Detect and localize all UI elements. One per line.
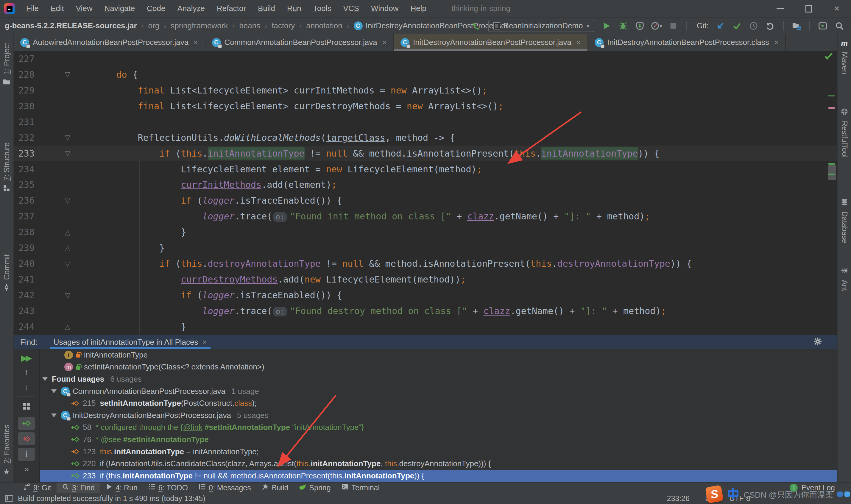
code-line-232[interactable]: 232▽ ReflectionUtils.doWithLocalMethods(… — [14, 130, 837, 146]
fold-marker-open-icon[interactable]: ▽ — [35, 71, 73, 78]
line-number[interactable]: 233 — [14, 148, 35, 159]
history-icon[interactable] — [747, 19, 760, 33]
expand-arrow-icon[interactable] — [51, 390, 57, 393]
find-row-group[interactable]: Found usages6 usages — [40, 373, 837, 385]
editor-tab[interactable]: CAutowiredAnnotationBeanPostProcessor.ja… — [14, 34, 205, 51]
fold-marker-open-icon[interactable]: ▽ — [35, 291, 73, 299]
fold-marker-close-icon[interactable]: △ — [35, 228, 73, 236]
down-icon[interactable]: ↓ — [24, 382, 29, 392]
run-icon[interactable] — [600, 19, 613, 33]
rollback-icon[interactable] — [763, 19, 777, 33]
close-icon[interactable]: × — [823, 0, 851, 17]
code-editor[interactable]: 227228▽ do {229 final List<LifecycleElem… — [14, 51, 837, 335]
code-line-243[interactable]: 243 logger.trace(o:"Found destroy method… — [14, 303, 837, 319]
editor-tab[interactable]: CInitDestroyAnnotationBeanPostProcessor.… — [588, 34, 786, 51]
line-number[interactable]: 241 — [14, 274, 35, 285]
project-structure-icon[interactable] — [790, 19, 803, 33]
close-tab-icon[interactable]: × — [774, 38, 779, 47]
menu-view[interactable]: View — [70, 4, 98, 13]
menu-vcs[interactable]: VCS — [337, 4, 365, 13]
line-number[interactable]: 231 — [14, 117, 35, 127]
build-project-icon[interactable] — [469, 19, 483, 33]
line-number[interactable]: 227 — [14, 54, 35, 64]
breadcrumb-item[interactable]: org — [148, 21, 160, 30]
menu-tools[interactable]: Tools — [307, 4, 337, 13]
stripe-item-1-project[interactable]: 1: Project — [0, 43, 13, 88]
caret-position[interactable]: 233:26 — [667, 494, 690, 503]
maximize-icon[interactable] — [794, 0, 823, 17]
code-line-238[interactable]: 238△ } — [14, 224, 837, 240]
tool-window-button-4-run[interactable]: 4: Run — [100, 483, 143, 493]
find-row-usage[interactable]: 123this.initAnnotationType = initAnnotat… — [40, 446, 837, 458]
stripe-item-database[interactable]: Database — [838, 198, 851, 243]
search-everywhere-icon[interactable] — [833, 19, 846, 33]
breadcrumb-item[interactable]: factory — [272, 21, 295, 30]
tool-window-button-9-git[interactable]: 9: Git — [18, 483, 57, 493]
editor-tab[interactable]: CInitDestroyAnnotationBeanPostProcessor.… — [394, 34, 588, 51]
profiler-icon[interactable]: ▾ — [650, 19, 664, 33]
line-number[interactable]: 240 — [14, 258, 35, 269]
menu-build[interactable]: Build — [252, 4, 281, 13]
code-line-230[interactable]: 230 final List<LifecycleElement> currDes… — [14, 98, 837, 114]
code-line-241[interactable]: 241 currDestroyMethods.add(new Lifecycle… — [14, 271, 837, 287]
tool-window-button-terminal[interactable]: Terminal — [336, 483, 385, 493]
find-results-tab[interactable]: Usages of initAnnotationType in All Plac… — [50, 335, 211, 349]
tool-window-switcher-icon[interactable] — [5, 495, 13, 502]
menu-help[interactable]: Help — [404, 4, 432, 13]
line-number[interactable]: 242 — [14, 290, 35, 300]
stripe-item-2-favorites[interactable]: 2: Favorites★ — [0, 425, 13, 476]
run-anything-icon[interactable] — [816, 19, 830, 33]
line-number[interactable]: 238 — [14, 227, 35, 237]
line-number[interactable]: 234 — [14, 164, 35, 175]
menu-refactor[interactable]: Refactor — [211, 4, 252, 13]
gear-icon[interactable] — [814, 337, 822, 347]
line-number[interactable]: 243 — [14, 306, 35, 316]
code-line-228[interactable]: 228▽ do { — [14, 67, 837, 83]
stripe-item-ant[interactable]: Ant — [838, 267, 851, 291]
expand-arrow-icon[interactable] — [51, 414, 57, 417]
line-number[interactable]: 237 — [14, 211, 35, 221]
code-line-231[interactable]: 231 — [14, 114, 837, 130]
menu-edit[interactable]: Edit — [45, 4, 70, 13]
line-number[interactable]: 244 — [14, 322, 35, 332]
line-number[interactable]: 230 — [14, 101, 35, 111]
run-configuration-select[interactable]: BeanInitializationDemo▾ — [488, 20, 594, 32]
stripe-item-restfultool[interactable]: RestfulTool — [838, 108, 851, 158]
fold-marker-open-icon[interactable]: ▽ — [35, 260, 73, 268]
read-access-toggle-icon[interactable] — [18, 417, 35, 430]
info-icon[interactable]: i — [18, 448, 35, 461]
fold-marker-close-icon[interactable]: △ — [35, 323, 73, 330]
stripe-item-maven[interactable]: mMaven — [838, 38, 851, 74]
menu-file[interactable]: File — [20, 4, 45, 13]
menu-code[interactable]: Code — [141, 4, 171, 13]
code-line-244[interactable]: 244△ } — [14, 319, 837, 335]
find-row-file[interactable]: CInitDestroyAnnotationBeanPostProcessor.… — [40, 409, 837, 421]
close-tab-icon[interactable]: × — [193, 38, 198, 47]
line-number[interactable]: 236 — [14, 195, 35, 206]
code-line-240[interactable]: 240▽ if (this.destroyAnnotationType != n… — [14, 256, 837, 271]
find-row-usage[interactable]: 215setInitAnnotationType(PostConstruct.c… — [40, 397, 837, 409]
breadcrumb-item[interactable]: annotation — [306, 21, 342, 30]
line-number[interactable]: 239 — [14, 242, 35, 253]
menu-analyze[interactable]: Analyze — [171, 4, 211, 13]
code-line-233[interactable]: 233▽ if (this.initAnnotationType != null… — [14, 146, 837, 161]
code-line-236[interactable]: 236▽ if (logger.isTraceEnabled()) { — [14, 193, 837, 209]
find-row-usage[interactable]: 76* @see #setInitAnnotationType — [40, 433, 837, 446]
find-row-usage[interactable]: 58* configured through the {@link #setIn… — [40, 421, 837, 434]
line-number[interactable]: 228 — [14, 69, 35, 80]
update-project-icon[interactable] — [713, 19, 727, 33]
tool-window-button-3-find[interactable]: 3: Find — [57, 483, 100, 493]
breadcrumb-item[interactable]: beans — [239, 21, 260, 30]
code-line-234[interactable]: 234 LifecycleElement element = new Lifec… — [14, 161, 837, 177]
group-by-icon[interactable] — [22, 402, 31, 410]
find-row-member[interactable]: finitAnnotationType — [40, 349, 837, 361]
line-number[interactable]: 232 — [14, 132, 35, 143]
menu-navigate[interactable]: Navigate — [98, 4, 141, 13]
stop-icon[interactable] — [666, 19, 680, 33]
fold-marker-open-icon[interactable]: ▽ — [35, 134, 73, 141]
rerun-icon[interactable]: ▶▶ — [21, 353, 32, 363]
code-line-242[interactable]: 242▽ if (logger.isTraceEnabled()) { — [14, 287, 837, 303]
find-row-member[interactable]: msetInitAnnotationType(Class<? extends A… — [40, 361, 837, 373]
line-number[interactable]: 235 — [14, 180, 35, 190]
code-line-239[interactable]: 239△ } — [14, 240, 837, 256]
